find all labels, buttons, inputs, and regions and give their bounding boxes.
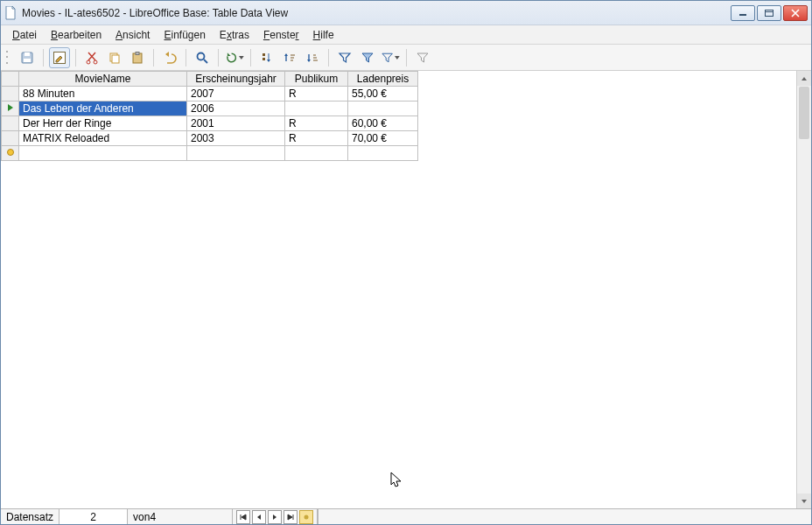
menu-bearbeiten[interactable]: Bearbeiten — [45, 27, 108, 43]
cell-price[interactable]: 55,00 € — [348, 87, 418, 102]
cell-year[interactable]: 2003 — [187, 131, 285, 146]
cell-price[interactable]: 60,00 € — [348, 116, 418, 131]
cell-year[interactable]: 2007 — [187, 87, 285, 102]
row-marker-current[interactable] — [2, 102, 19, 116]
record-number-input[interactable]: 2 — [60, 509, 128, 524]
current-row-icon — [6, 103, 15, 112]
corner-cell[interactable] — [2, 72, 19, 87]
table-data-view[interactable]: MovieName Erscheinungsjahr Publikum Lade… — [1, 71, 811, 508]
save-button[interactable] — [17, 47, 38, 68]
record-navigator: Datensatz 2 von 4 — [1, 508, 811, 524]
last-record-button[interactable] — [284, 510, 298, 524]
autofilter-button[interactable] — [334, 47, 355, 68]
cell-publikum[interactable]: R — [285, 116, 348, 131]
svg-point-6 — [94, 60, 97, 64]
cell-price[interactable]: 70,00 € — [348, 131, 418, 146]
cell-publikum[interactable] — [285, 102, 348, 116]
separator — [75, 49, 76, 66]
record-total: von 4 — [128, 509, 233, 524]
cell-moviename[interactable]: MATRIX Reloaded — [19, 131, 187, 146]
menu-datei[interactable]: Datei — [6, 27, 43, 43]
toolbar — [1, 45, 811, 71]
separator — [153, 49, 154, 66]
menubar: Datei Bearbeiten Ansicht Einfügen Extras… — [1, 25, 811, 45]
data-grid[interactable]: MovieName Erscheinungsjahr Publikum Lade… — [1, 71, 418, 161]
table-row[interactable]: Das Leben der Anderen 2006 — [2, 102, 418, 116]
sort-desc-button[interactable] — [302, 47, 323, 68]
paste-button[interactable] — [127, 47, 148, 68]
first-record-button[interactable] — [236, 510, 250, 524]
row-marker[interactable] — [2, 116, 19, 131]
scroll-up-button[interactable] — [797, 71, 811, 86]
next-record-button[interactable] — [268, 510, 282, 524]
prev-record-button[interactable] — [252, 510, 266, 524]
titlebar: Movies - IL-ates6502 - LibreOffice Base:… — [1, 1, 811, 25]
remove-filter-button[interactable] — [412, 47, 433, 68]
menu-hilfe[interactable]: Hilfe — [307, 27, 340, 43]
menu-einfuegen[interactable]: Einfügen — [158, 27, 211, 43]
table-row[interactable]: MATRIX Reloaded 2003 R 70,00 € — [2, 131, 418, 146]
column-header-ladenpreis[interactable]: Ladenpreis — [348, 72, 418, 87]
find-button[interactable] — [192, 47, 213, 68]
toolbar-handle[interactable] — [6, 49, 11, 66]
cut-button[interactable] — [81, 47, 102, 68]
edit-data-button[interactable] — [49, 47, 70, 68]
undo-button[interactable] — [159, 47, 180, 68]
separator — [218, 49, 219, 66]
window-title: Movies - IL-ates6502 - LibreOffice Base:… — [22, 7, 729, 19]
svg-rect-0 — [766, 10, 774, 16]
table-row[interactable]: Der Herr der Ringe 2001 R 60,00 € — [2, 116, 418, 131]
svg-point-12 — [7, 150, 13, 156]
new-record-button[interactable] — [299, 510, 313, 524]
separator — [328, 49, 329, 66]
svg-point-5 — [87, 60, 90, 64]
table-row[interactable]: 88 Minuten 2007 R 55,00 € — [2, 87, 418, 102]
cell-moviename[interactable] — [19, 146, 187, 161]
svg-rect-10 — [136, 52, 139, 54]
menu-ansicht[interactable]: Ansicht — [109, 27, 156, 43]
separator — [43, 49, 44, 66]
header-row: MovieName Erscheinungsjahr Publikum Lade… — [2, 72, 418, 87]
separator — [186, 49, 186, 66]
app-window: Movies - IL-ates6502 - LibreOffice Base:… — [0, 0, 812, 525]
column-header-erscheinungsjahr[interactable]: Erscheinungsjahr — [187, 72, 285, 87]
maximize-button[interactable] — [757, 5, 781, 21]
scroll-thumb[interactable] — [799, 87, 809, 139]
row-marker[interactable] — [2, 87, 19, 102]
menu-extras[interactable]: Extras — [214, 27, 256, 43]
standard-filter-button[interactable] — [380, 47, 401, 68]
cell-price[interactable] — [348, 102, 418, 116]
vertical-scrollbar[interactable] — [796, 71, 811, 508]
svg-rect-2 — [24, 52, 30, 56]
copy-button[interactable] — [104, 47, 125, 68]
cell-price[interactable] — [348, 146, 418, 161]
separator — [406, 49, 407, 66]
menu-fenster[interactable]: Fenster — [257, 27, 305, 43]
column-header-moviename[interactable]: MovieName — [19, 72, 187, 87]
cell-publikum[interactable] — [285, 146, 348, 161]
cell-publikum[interactable]: R — [285, 87, 348, 102]
column-header-publikum[interactable]: Publikum — [285, 72, 348, 87]
cell-moviename[interactable]: 88 Minuten — [19, 87, 187, 102]
close-button[interactable] — [783, 5, 808, 21]
svg-rect-3 — [24, 59, 31, 62]
svg-rect-8 — [112, 55, 119, 63]
apply-filter-button[interactable] — [357, 47, 378, 68]
refresh-button[interactable] — [224, 47, 245, 68]
cell-publikum[interactable]: R — [285, 131, 348, 146]
cell-year[interactable]: 2006 — [187, 102, 285, 116]
new-record-row[interactable] — [2, 146, 418, 161]
cell-year[interactable] — [187, 146, 285, 161]
row-marker[interactable] — [2, 131, 19, 146]
row-marker-new[interactable] — [2, 146, 19, 161]
cell-moviename[interactable]: Der Herr der Ringe — [19, 116, 187, 131]
svg-point-13 — [304, 514, 309, 519]
sort-asc-button[interactable] — [279, 47, 300, 68]
mouse-cursor-icon — [390, 472, 404, 489]
cell-year[interactable]: 2001 — [187, 116, 285, 131]
scroll-down-button[interactable] — [797, 494, 811, 508]
cell-moviename[interactable]: Das Leben der Anderen — [19, 102, 187, 116]
sort-dialog-button[interactable] — [256, 47, 277, 68]
navigator-spacer — [318, 509, 811, 524]
minimize-button[interactable] — [731, 5, 755, 21]
